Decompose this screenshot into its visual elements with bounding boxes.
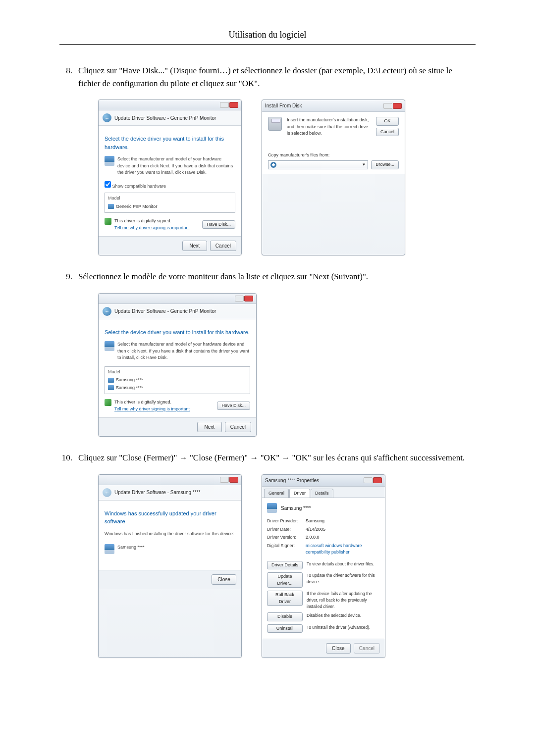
- window-controls[interactable]: [234, 296, 253, 302]
- close-button[interactable]: Close: [212, 574, 236, 585]
- checkbox-label: Show compatible hardware: [112, 184, 166, 189]
- list-item[interactable]: Generic PnP Monitor: [116, 203, 157, 210]
- have-disk-button[interactable]: Have Disk...: [202, 220, 235, 229]
- step-number: 9.: [59, 270, 78, 437]
- signer-label: Digital Signer:: [267, 543, 306, 556]
- driver-details-button[interactable]: Driver Details: [267, 561, 303, 570]
- dialog-heading: Select the device driver you want to ins…: [105, 135, 235, 151]
- update-driver-dialog-selectmodel: ← Update Driver Software - Generic PnP M…: [98, 293, 257, 437]
- browse-button[interactable]: Browse...: [371, 160, 399, 169]
- install-from-disk-dialog: Install From Disk Insert the manufacture…: [262, 100, 405, 255]
- list-item[interactable]: Samsung ****: [116, 377, 143, 384]
- provider-label: Driver Provider:: [267, 518, 306, 525]
- drive-combobox[interactable]: ▼: [268, 160, 368, 169]
- next-button[interactable]: Next: [197, 422, 222, 432]
- tab-driver[interactable]: Driver: [289, 489, 310, 498]
- date-value: 4/14/2005: [306, 526, 380, 533]
- driver-info: Driver Provider:Samsung Driver Date:4/14…: [267, 518, 380, 556]
- signing-link[interactable]: Tell me why driver signing is important: [114, 225, 190, 232]
- cancel-button: Cancel: [354, 643, 380, 654]
- step-number: 10.: [59, 452, 78, 658]
- window-controls[interactable]: [363, 477, 382, 483]
- tabs: General Driver Details: [262, 487, 385, 498]
- device-name: Samsung ****: [281, 504, 311, 512]
- step-number: 8.: [59, 64, 78, 255]
- dialog-subtext: Windows has finished installing the driv…: [105, 531, 235, 538]
- signed-text: This driver is digitally signed.: [114, 218, 190, 225]
- back-icon[interactable]: ←: [103, 307, 111, 316]
- uninstall-desc: To uninstall the driver (Advanced).: [307, 624, 380, 631]
- update-driver-dialog-havedisk: ← Update Driver Software - Generic PnP M…: [98, 100, 242, 255]
- disable-button[interactable]: Disable: [267, 612, 303, 621]
- cancel-button[interactable]: Cancel: [210, 241, 236, 251]
- back-icon: ←: [103, 488, 111, 497]
- dialog-subtext: Select the manufacturer and model of you…: [117, 156, 235, 176]
- cancel-button[interactable]: Cancel: [225, 422, 251, 432]
- shield-icon: [105, 218, 111, 225]
- dialog-title: Install From Disk: [265, 102, 302, 109]
- ok-button[interactable]: OK: [376, 117, 399, 126]
- list-label: Model: [108, 369, 247, 376]
- monitor-icon: [267, 503, 277, 513]
- breadcrumb-text: Update Driver Software - Samsung ****: [114, 489, 200, 496]
- list-item[interactable]: Samsung ****: [116, 385, 143, 392]
- update-driver-desc: To update the driver software for this d…: [307, 572, 380, 585]
- update-success-dialog: ← Update Driver Software - Samsung **** …: [98, 474, 242, 658]
- dialog-heading: Select the device driver you want to ins…: [105, 328, 250, 337]
- next-button[interactable]: Next: [182, 241, 207, 251]
- close-icon: [229, 477, 238, 483]
- monitor-small-icon: [108, 378, 114, 383]
- step-text: Sélectionnez le modèle de votre moniteur…: [78, 272, 368, 281]
- shield-icon: [105, 399, 111, 406]
- window-controls[interactable]: [219, 477, 238, 483]
- have-disk-button[interactable]: Have Disk...: [217, 402, 250, 410]
- model-listbox[interactable]: Model Samsung **** Samsung ****: [105, 366, 250, 395]
- step-text: Cliquez sur "Close (Fermer)" → "Close (F…: [78, 453, 465, 462]
- window-controls[interactable]: [219, 102, 238, 108]
- breadcrumb-text: Update Driver Software - Generic PnP Mon…: [114, 114, 216, 122]
- list-label: Model: [108, 195, 232, 202]
- tab-details[interactable]: Details: [311, 489, 333, 498]
- rollback-driver-desc: If the device fails after updating the d…: [307, 591, 380, 609]
- dialog-heading: Windows has successfully updated your dr…: [105, 509, 235, 526]
- step-8: 8. Cliquez sur "Have Disk..." (Disque fo…: [59, 64, 476, 255]
- step-text: Cliquez sur "Have Disk..." (Disque fourn…: [78, 66, 452, 88]
- copy-from-label: Copy manufacturer's files from:: [268, 152, 399, 159]
- uninstall-button[interactable]: Uninstall: [267, 624, 303, 633]
- step-9: 9. Sélectionnez le modèle de votre monit…: [59, 270, 476, 437]
- version-value: 2.0.0.0: [306, 534, 380, 541]
- dialog-subtext: Select the manufacturer and model of you…: [117, 341, 250, 361]
- close-icon: [373, 477, 382, 483]
- page-title: Utilisation du logiciel: [59, 30, 476, 45]
- monitor-icon: [105, 341, 114, 351]
- driver-details-desc: To view details about the driver files.: [307, 561, 380, 567]
- dialog-title: Samsung **** Properties: [265, 477, 319, 484]
- cancel-button[interactable]: Cancel: [376, 128, 399, 137]
- model-listbox[interactable]: Model Generic PnP Monitor: [105, 193, 235, 213]
- ifd-instruction: Insert the manufacturer's installation d…: [287, 117, 371, 137]
- device-name: Samsung ****: [117, 544, 145, 554]
- rollback-driver-button[interactable]: Roll Back Driver: [267, 591, 303, 606]
- show-compatible-checkbox[interactable]: [105, 181, 111, 188]
- close-icon: [244, 296, 253, 302]
- close-button[interactable]: Close: [326, 643, 351, 654]
- window-controls[interactable]: [383, 103, 402, 109]
- signing-link[interactable]: Tell me why driver signing is important: [114, 406, 190, 413]
- step-10: 10. Cliquez sur "Close (Fermer)" → "Clos…: [59, 452, 476, 658]
- signer-value: microsoft windows hardware compatibility…: [306, 543, 380, 556]
- close-icon: [229, 102, 238, 108]
- date-label: Driver Date:: [267, 526, 306, 533]
- monitor-icon: [105, 156, 114, 166]
- close-icon: [393, 103, 402, 109]
- back-icon[interactable]: ←: [103, 113, 111, 122]
- disk-icon: [270, 162, 276, 168]
- provider-value: Samsung: [306, 518, 380, 525]
- update-driver-button[interactable]: Update Driver...: [267, 572, 303, 588]
- version-label: Driver Version:: [267, 534, 306, 541]
- device-properties-dialog: Samsung **** Properties General Driver D…: [262, 474, 385, 658]
- monitor-small-icon: [108, 385, 114, 390]
- floppy-icon: [268, 117, 282, 131]
- monitor-icon: [105, 544, 114, 554]
- tab-general[interactable]: General: [264, 489, 289, 498]
- breadcrumb-text: Update Driver Software - Generic PnP Mon…: [114, 307, 216, 315]
